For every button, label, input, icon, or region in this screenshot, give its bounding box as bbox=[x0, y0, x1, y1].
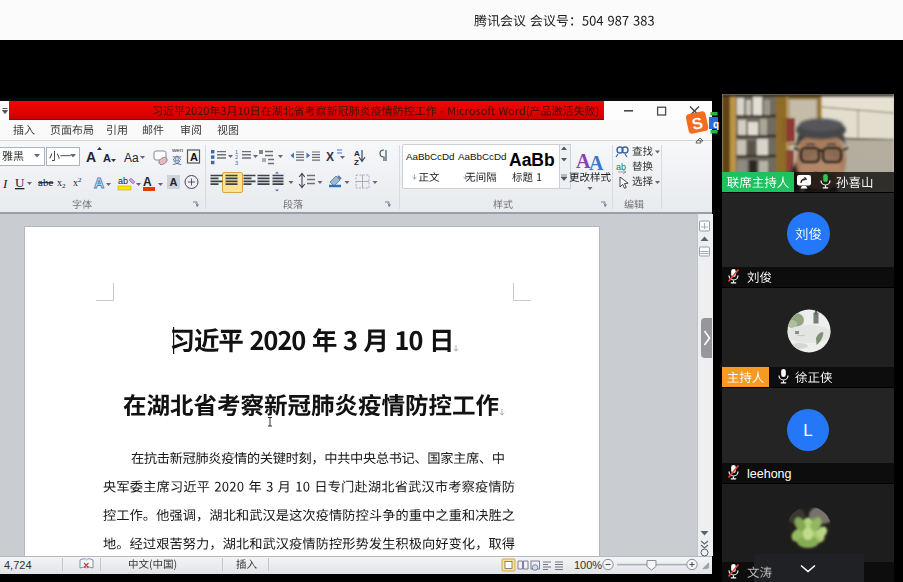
svg-text:q: q bbox=[713, 119, 719, 130]
